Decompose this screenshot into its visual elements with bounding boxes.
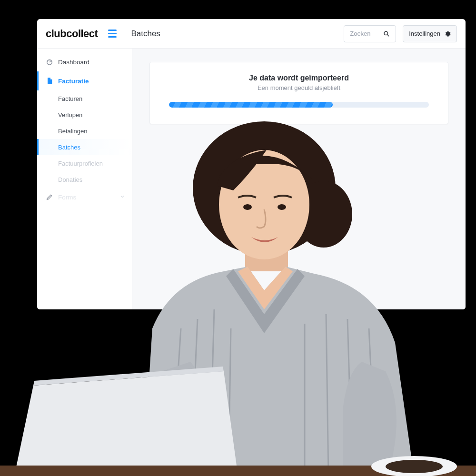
brand-text: clubcollect <box>46 28 98 40</box>
sidebar-item-label: Batches <box>58 144 80 151</box>
sidebar-item-forms[interactable]: Forms <box>37 188 132 207</box>
menu-toggle-icon[interactable] <box>108 28 119 40</box>
sidebar-item-label: Betalingen <box>58 128 87 135</box>
page-title: Batches <box>131 29 160 39</box>
settings-button[interactable]: Instellingen <box>403 25 457 42</box>
sidebar-item-factuurprofielen[interactable]: Factuurprofielen <box>37 155 132 171</box>
svg-point-10 <box>371 456 457 476</box>
import-title: Je data wordt geïmporteerd <box>169 74 429 82</box>
sidebar-item-dashboard[interactable]: Dashboard <box>37 52 132 71</box>
settings-label: Instellingen <box>409 30 440 37</box>
svg-rect-9 <box>0 466 476 476</box>
sidebar-item-label: Verlopen <box>58 111 82 119</box>
document-icon <box>46 77 53 85</box>
sidebar: Dashboard Facturatie Facturen Verlopen B… <box>37 49 132 309</box>
main-content: Je data wordt geïmporteerd Een moment ge… <box>132 49 466 309</box>
chevron-down-icon <box>119 194 125 201</box>
sidebar-item-donaties[interactable]: Donaties <box>37 171 132 188</box>
forms-icon <box>46 193 53 201</box>
sidebar-item-verlopen[interactable]: Verlopen <box>37 107 132 123</box>
sidebar-item-facturen[interactable]: Facturen <box>37 90 132 107</box>
search-input[interactable]: Zoeken <box>344 25 396 42</box>
svg-line-1 <box>387 34 389 36</box>
dashboard-icon <box>46 58 53 66</box>
app-window: clubcollect Batches Zoeken Instellingen … <box>37 19 466 309</box>
progress-fill <box>169 102 333 108</box>
search-placeholder: Zoeken <box>350 30 370 37</box>
sidebar-item-facturatie[interactable]: Facturatie <box>37 71 132 90</box>
search-icon <box>383 30 390 37</box>
sidebar-item-label: Facturatie <box>58 78 89 85</box>
sidebar-item-label: Dashboard <box>58 59 89 66</box>
header-bar: clubcollect Batches Zoeken Instellingen <box>37 19 466 49</box>
import-progress-card: Je data wordt geïmporteerd Een moment ge… <box>149 62 448 124</box>
sidebar-item-label: Forms <box>58 194 76 201</box>
import-subtitle: Een moment geduld alsjeblieft <box>169 84 429 91</box>
svg-point-0 <box>384 31 388 35</box>
sidebar-item-label: Factuurprofielen <box>58 160 103 167</box>
progress-bar <box>169 102 429 108</box>
sidebar-item-label: Donaties <box>58 176 82 183</box>
sidebar-item-label: Facturen <box>58 95 82 102</box>
sidebar-item-betalingen[interactable]: Betalingen <box>37 123 132 139</box>
gear-icon <box>444 30 451 37</box>
brand-logo[interactable]: clubcollect <box>46 28 98 40</box>
app-body: Dashboard Facturatie Facturen Verlopen B… <box>37 49 466 309</box>
sidebar-item-batches[interactable]: Batches <box>37 139 132 155</box>
svg-point-11 <box>386 460 443 473</box>
